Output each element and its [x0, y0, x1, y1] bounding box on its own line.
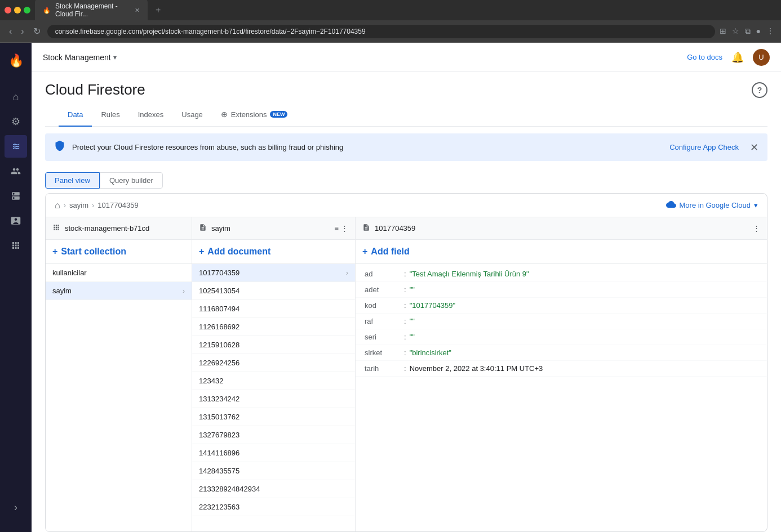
list-item-sayim[interactable]: sayim › — [46, 282, 192, 300]
tab-usage[interactable]: Usage — [172, 104, 212, 127]
sidebar-item-signal[interactable]: ≋ — [5, 135, 27, 158]
col2-list[interactable]: 1017704359 › 1025413054 1116807494 11261… — [192, 264, 355, 531]
browser-tab[interactable]: 🔥 Stock Management - Cloud Fir... ✕ — [35, 0, 148, 21]
banner-text: Protect your Cloud Firestore resources f… — [72, 143, 663, 151]
list-item-1313234242[interactable]: 1313234242 — [192, 390, 355, 408]
add-document-button[interactable]: + Add document — [199, 245, 270, 258]
breadcrumb-sayim[interactable]: sayim — [69, 201, 88, 209]
address-bar[interactable]: console.firebase.google.com/project/stoc… — [47, 25, 715, 38]
sidebar-firebase-logo[interactable]: 🔥 — [5, 50, 27, 72]
list-item-kullanicilar[interactable]: kullanicilar — [46, 264, 192, 282]
field-value-adet[interactable]: "" — [410, 285, 415, 294]
columns: stock-management-b71cd + Start collectio… — [46, 217, 767, 531]
plus-icon: + — [52, 247, 57, 257]
add-field-button[interactable]: + Add field — [362, 245, 410, 258]
browser-chrome: 🔥 Stock Management - Cloud Fir... ✕ + — [0, 0, 781, 20]
forward-button[interactable]: › — [19, 24, 26, 39]
project-selector[interactable]: Stock Management ▾ — [43, 53, 117, 62]
field-value-raf[interactable]: "" — [410, 317, 415, 325]
panel-view-button[interactable]: Panel view — [45, 172, 100, 189]
close-dot[interactable] — [5, 7, 11, 14]
field-key-kod: kod — [365, 301, 404, 310]
tab-indexes[interactable]: Indexes — [129, 104, 173, 127]
sidebar-item-people[interactable] — [5, 160, 27, 182]
banner-close-icon[interactable]: ✕ — [750, 141, 758, 154]
tab-close-icon[interactable]: ✕ — [135, 7, 140, 14]
browser-nav-icons: ⊞ ☆ ⧉ ● ⋮ — [720, 26, 774, 36]
breadcrumb-doc-id[interactable]: 1017704359 — [97, 201, 138, 209]
profile-icon[interactable]: ● — [756, 26, 761, 36]
project-dropdown-icon: ▾ — [113, 53, 117, 61]
more-in-google-cloud[interactable]: More in Google Cloud ▾ — [666, 199, 758, 211]
list-item-213328924842934[interactable]: 213328924842934 — [192, 480, 355, 498]
configure-app-check-link[interactable]: Configure App Check — [669, 143, 739, 151]
menu-icon[interactable]: ⋮ — [766, 26, 774, 36]
plus-icon-2: + — [199, 247, 204, 257]
notifications-icon[interactable]: 🔔 — [731, 51, 744, 64]
home-breadcrumb-icon[interactable]: ⌂ — [55, 200, 60, 211]
breadcrumb-sep-2: › — [92, 201, 94, 209]
url-text: console.firebase.google.com/project/stoc… — [55, 28, 366, 35]
field-value-ad[interactable]: "Test Amaçlı Eklenmiş Tarihli Ürün 9" — [410, 270, 529, 278]
minimize-dot[interactable] — [14, 7, 21, 14]
field-value-kod[interactable]: "1017704359" — [410, 301, 456, 310]
field-value-tarih[interactable]: November 2, 2022 at 3:40:11 PM UTC+3 — [410, 364, 543, 373]
sidebar-item-grid[interactable] — [5, 234, 27, 257]
list-item-1126168692[interactable]: 1126168692 — [192, 318, 355, 336]
help-icon[interactable]: ? — [752, 82, 767, 98]
tab-data[interactable]: Data — [59, 104, 92, 127]
plus-icon-3: + — [362, 247, 367, 257]
col3-add-action: + Add field — [356, 240, 767, 264]
sidebar: 🔥 ⌂ ⚙ ≋ › — [0, 43, 32, 532]
reload-button[interactable]: ↻ — [31, 24, 43, 39]
field-row-adet: adet : "" — [356, 282, 767, 298]
page-title: Cloud Firestore — [45, 81, 145, 99]
field-value-seri[interactable]: "" — [410, 333, 415, 341]
list-item-2232123563[interactable]: 2232123563 — [192, 498, 355, 516]
list-item-1017704359[interactable]: 1017704359 › — [192, 264, 355, 282]
col2-filter-icon[interactable]: ≡ — [334, 224, 339, 233]
field-row-ad: ad : "Test Amaçlı Eklenmiş Tarihli Ürün … — [356, 266, 767, 282]
sidebar-item-storage[interactable] — [5, 209, 27, 232]
tab-extensions[interactable]: ⊕ Extensions NEW — [212, 103, 297, 127]
list-item-1025413054[interactable]: 1025413054 — [192, 282, 355, 300]
new-tab-button[interactable]: + — [152, 5, 164, 15]
maximize-dot[interactable] — [24, 7, 30, 14]
col3-more-icon[interactable]: ⋮ — [753, 224, 760, 233]
start-collection-button[interactable]: + Start collection — [52, 245, 126, 258]
list-item-1414116896[interactable]: 1414116896 — [192, 444, 355, 462]
sidebar-expand[interactable]: › — [5, 489, 27, 525]
project-name-text: Stock Management — [43, 53, 111, 62]
field-value-sirket[interactable]: "birincisirket" — [410, 348, 451, 357]
sidebar-item-home[interactable]: ⌂ — [5, 86, 27, 108]
list-item-1327679823[interactable]: 1327679823 — [192, 426, 355, 444]
expand-icon[interactable]: › — [5, 496, 27, 518]
user-avatar[interactable]: U — [753, 49, 770, 66]
list-item-1315013762[interactable]: 1315013762 — [192, 408, 355, 426]
screen-capture-icon[interactable]: ⊞ — [720, 26, 726, 36]
view-toggle: Panel view Query builder — [32, 168, 781, 193]
new-badge: NEW — [270, 111, 287, 118]
back-button[interactable]: ‹ — [7, 24, 14, 39]
list-item-1226924256[interactable]: 1226924256 — [192, 354, 355, 372]
sidebar-item-settings[interactable]: ⚙ — [5, 110, 27, 133]
query-builder-button[interactable]: Query builder — [100, 172, 163, 189]
list-item-123432[interactable]: 123432 — [192, 372, 355, 390]
sidebar-item-database[interactable] — [5, 185, 27, 207]
field-key-tarih: tarih — [365, 364, 404, 373]
more-cloud-text: More in Google Cloud — [680, 201, 751, 209]
extensions-icon[interactable]: ⧉ — [745, 26, 751, 36]
col1-add-action: + Start collection — [46, 240, 192, 264]
list-item-1428435575[interactable]: 1428435575 — [192, 462, 355, 480]
tab-rules[interactable]: Rules — [92, 104, 128, 127]
col2-icon — [199, 223, 207, 233]
bookmark-icon[interactable]: ☆ — [732, 26, 739, 36]
list-item-1215910628[interactable]: 1215910628 — [192, 336, 355, 354]
list-item-1116807494[interactable]: 1116807494 — [192, 300, 355, 318]
go-to-docs-link[interactable]: Go to docs — [687, 53, 722, 61]
breadcrumb: ⌂ › sayim › 1017704359 More in Google Cl… — [46, 194, 767, 217]
col2-more-icon[interactable]: ⋮ — [341, 224, 348, 233]
cloud-icon — [666, 199, 676, 211]
more-cloud-chevron: ▾ — [754, 201, 758, 209]
tabs: Data Rules Indexes Usage ⊕ Extensions NE… — [45, 103, 767, 127]
